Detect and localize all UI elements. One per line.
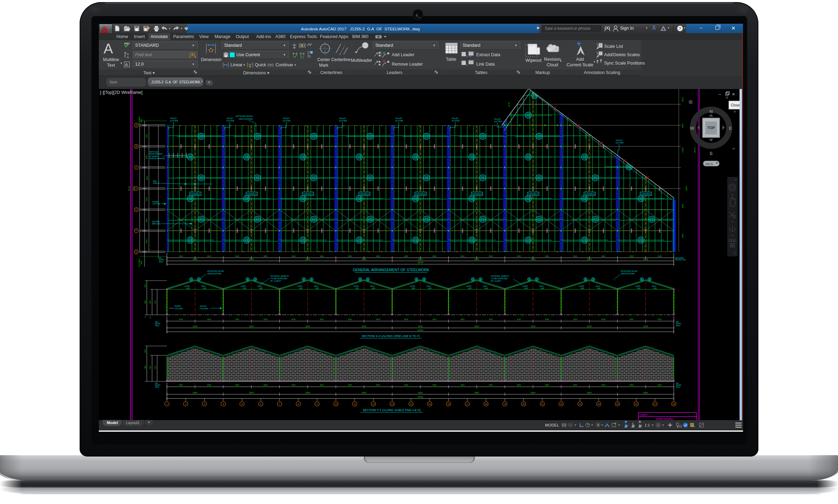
svg-text:8: 8 [298,403,299,405]
svg-text:24R12: 24R12 [257,286,262,287]
svg-text:GUTTER: GUTTER [616,142,624,144]
svg-text:800 EAVES: 800 EAVES [675,257,684,259]
svg-text:34700: 34700 [128,186,130,191]
svg-text:ROOFING SHEETS: ROOFING SHEETS [271,275,289,277]
svg-text:9000: 9000 [658,318,662,320]
svg-text:1000: 1000 [541,288,544,289]
svg-text:1000: 1000 [468,288,472,289]
svg-text:GUTTER: GUTTER [452,120,460,122]
svg-text:24R12: 24R12 [652,286,656,287]
svg-text:18: 18 [485,403,487,405]
svg-text:9000: 9000 [517,255,521,257]
svg-text:9000: 9000 [292,318,295,320]
svg-text:15739: 15739 [508,102,510,107]
svg-text:–: – [719,92,721,97]
svg-text:400: 400 [155,321,158,323]
svg-text:VALLEY: VALLEY [339,117,346,119]
svg-text:300 CABLE: 300 CABLE [139,117,140,125]
svg-text:1000: 1000 [653,288,657,289]
svg-text:1000: 1000 [243,288,247,289]
svg-text:18000: 18000 [249,258,254,260]
svg-text:1: 1 [166,403,168,405]
svg-text:8000: 8000 [146,218,148,222]
svg-text:9000: 9000 [461,255,464,257]
svg-text:18000: 18000 [643,392,648,394]
svg-text:1000: 1000 [355,288,359,289]
svg-text:20: 20 [522,403,525,405]
svg-text:123R66: 123R66 [410,286,415,287]
svg-text:18000: 18000 [643,325,648,327]
svg-text:9000: 9000 [573,384,577,386]
svg-text:?: ? [679,26,681,31]
svg-text:18000: 18000 [418,258,423,260]
svg-text:18000: 18000 [531,392,536,394]
svg-text:1000: 1000 [524,288,528,289]
svg-text:123R66: 123R66 [353,286,359,287]
svg-text:9000: 9000 [630,255,633,257]
svg-text:10: 10 [335,403,337,405]
svg-text:GODOWN 8: GODOWN 8 [585,193,595,195]
svg-text:N: N [710,109,713,114]
svg-text:9000: 9000 [658,384,662,386]
svg-text:1000: 1000 [372,288,375,289]
svg-text:SECTION Y-Y (ALONG GABLE E: SECTION Y-Y (ALONG GABLE END A & G) [363,408,421,412]
svg-text:123R66: 123R66 [579,286,584,287]
svg-text:9000: 9000 [207,318,211,320]
svg-text:16: 16 [447,403,450,405]
svg-text:COLUMN: COLUMN [175,307,183,310]
svg-text:EAVES: EAVES [153,201,159,203]
svg-text:EAVES: EAVES [175,305,181,307]
svg-text:9000: 9000 [517,384,521,386]
svg-text:9000: 9000 [376,384,380,386]
svg-text:26: 26 [635,403,638,405]
svg-text:GODOWN 1: GODOWN 1 [191,193,200,195]
svg-text:24R12: 24R12 [483,286,488,287]
svg-text:22: 22 [560,403,563,405]
svg-text:9000: 9000 [602,384,605,386]
svg-text:A: A [125,62,128,67]
svg-text:ROTATING ROOF: ROTATING ROOF [236,115,253,117]
svg-text:GUTTER: GUTTER [395,120,403,122]
svg-text:123R66: 123R66 [241,286,246,287]
svg-text:9000: 9000 [630,384,633,386]
svg-text:25: 25 [145,316,146,318]
svg-text:18000: 18000 [587,325,592,327]
svg-text:9000: 9000 [489,255,493,257]
svg-text:TRAY: TRAY [141,261,142,265]
svg-text:7465: 7465 [145,300,146,304]
svg-text:24R12: 24R12 [201,286,206,287]
svg-text:24R12: 24R12 [539,286,544,287]
svg-text:G: G [135,251,137,253]
svg-text:13544: 13544 [685,186,688,191]
svg-text:9000: 9000 [461,318,464,320]
svg-text:18000: 18000 [362,392,367,394]
svg-text:BY CLIENT: BY CLIENT [271,280,281,282]
svg-text:9000: 9000 [404,384,408,386]
svg-text:1000: 1000 [581,288,585,289]
svg-text:PROJECTION: PROJECTION [675,259,686,261]
svg-text:18000: 18000 [362,325,367,327]
svg-text:VALLEY: VALLEY [170,117,177,119]
svg-text:ZED: ZED [153,180,157,182]
svg-text:CLIENT:: CLIENT: [639,414,648,416]
svg-text:7275: 7275 [155,300,156,304]
svg-text:15: 15 [428,403,431,405]
svg-text:GUTTER: GUTTER [226,120,234,122]
svg-text:18000: 18000 [418,392,423,394]
svg-text:9000: 9000 [658,255,662,257]
svg-text:160000: 160000 [418,261,424,264]
svg-text:9000: 9000 [179,318,183,320]
svg-text:EAVES: EAVES [155,384,160,386]
svg-text:VALLEY: VALLEY [283,117,290,119]
svg-text:18000: 18000 [587,258,592,260]
svg-text:13: 13 [391,403,394,405]
svg-text:400: 400 [159,257,162,259]
svg-text:1000: 1000 [597,288,601,289]
svg-text:9000: 9000 [517,318,521,320]
svg-text:9000: 9000 [235,384,239,386]
svg-text:600: 600 [676,321,679,323]
svg-text:9000: 9000 [146,197,148,201]
svg-text:GODOWN 7: GODOWN 7 [528,193,538,195]
svg-text:9000: 9000 [264,255,267,257]
svg-text:160000: 160000 [418,329,424,331]
